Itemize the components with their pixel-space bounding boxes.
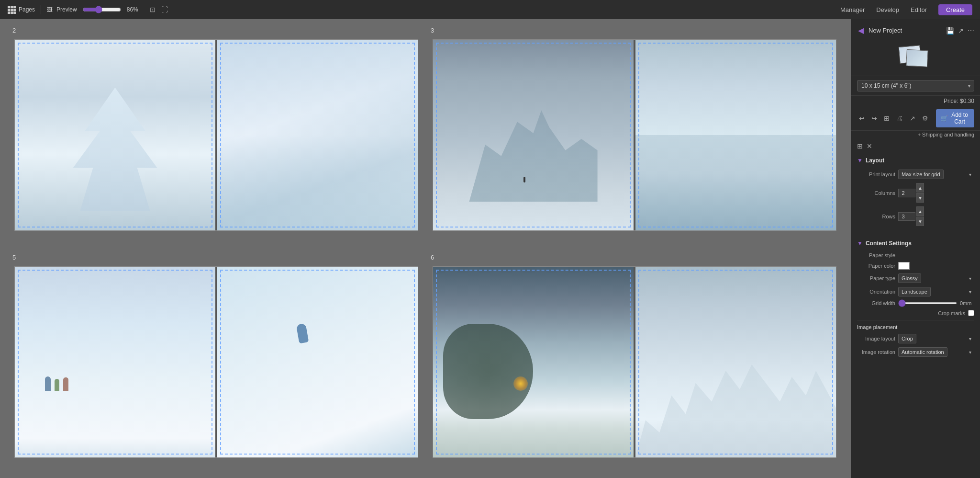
image-rotation-select[interactable]: Automatic rotation No rotation Rotate 90… [898, 347, 947, 357]
pages-grid-icon [8, 6, 16, 14]
page-2-number: 2 [12, 27, 16, 34]
image-layout-label: Image layout [857, 336, 895, 341]
layout-section-header[interactable]: ▼ Layout [851, 153, 980, 166]
photo-slot-2b[interactable] [217, 40, 418, 230]
photo-slot-3b[interactable] [635, 40, 836, 230]
redo-button[interactable]: ↪ [869, 114, 879, 123]
panel-toolbar: ↩ ↪ ⊞ 🖨 ↗ ⚙ 🛒 Add to Cart [851, 106, 980, 131]
image-layout-row: Image layout Crop Fit Fill [857, 332, 974, 345]
grid-width-row: Grid width 0mm [857, 298, 974, 308]
print-button[interactable]: 🖨 [894, 114, 905, 123]
back-button[interactable]: ◀ [857, 25, 865, 36]
content-toggle-icon: ▼ [857, 240, 863, 247]
page-6-number: 6 [431, 254, 434, 261]
skier-figure [523, 177, 525, 182]
columns-input[interactable] [898, 189, 915, 197]
nav-create[interactable]: Create [938, 4, 972, 15]
page-5-grid[interactable] [14, 266, 418, 458]
size-dropdown[interactable]: 10 x 15 cm (4" x 6") 15 x 20 cm (6" x 8"… [857, 80, 974, 91]
panel-icon-save[interactable]: 💾 [946, 27, 954, 34]
icon-row: ⊞ ✕ [851, 139, 980, 153]
print-layout-row: Print layout Max size for grid Fill Fit [857, 168, 974, 181]
thumbnail-area [851, 40, 980, 76]
grid-width-slider[interactable] [898, 302, 957, 304]
cart-icon: 🛒 [941, 115, 948, 122]
columns-down-button[interactable]: ▼ [916, 193, 924, 203]
image-rotation-label: Image rotation [857, 349, 895, 355]
undo-button[interactable]: ↩ [857, 114, 867, 123]
rows-row: Rows ▲ ▼ [857, 205, 974, 228]
print-layout-wrapper: Max size for grid Fill Fit [898, 170, 974, 179]
panel-icon-export[interactable]: ↗ [958, 27, 964, 34]
content-section-title: Content Settings [866, 240, 912, 247]
image-layout-select[interactable]: Crop Fit Fill [898, 334, 916, 343]
paper-color-swatch[interactable] [898, 262, 910, 270]
add-cart-label: Add to Cart [950, 112, 969, 125]
rows-up-button[interactable]: ▲ [916, 206, 924, 216]
grid-width-label: Grid width [857, 300, 895, 306]
fit-buttons: ⊡ ⛶ [148, 5, 170, 14]
panel-icons: 💾 ↗ ⋯ [946, 27, 974, 34]
orientation-select[interactable]: Landscape Portrait Auto [898, 287, 931, 296]
crop-marks-label: Crop marks [938, 310, 965, 316]
image-placement-row: Image placement [857, 322, 974, 332]
photo-slot-2a[interactable] [15, 40, 215, 230]
canvas-area: 2 3 [0, 19, 851, 478]
paper-type-select[interactable]: Glossy Matte Luster [898, 273, 921, 283]
size-selector: 10 x 15 cm (4" x 6") 15 x 20 cm (6" x 8"… [851, 76, 980, 96]
fit-width-button[interactable]: ⛶ [159, 5, 170, 14]
page-3-grid[interactable] [433, 39, 836, 231]
crop-marks-checkbox[interactable] [968, 310, 974, 316]
photo-slot-6a[interactable] [433, 267, 634, 457]
copy-button[interactable]: ⊞ [882, 114, 891, 123]
content-section-header[interactable]: ▼ Content Settings [851, 236, 980, 249]
zoom-percent: 86% [127, 6, 142, 13]
fit-page-button[interactable]: ⊡ [148, 5, 157, 14]
size-wrapper: 10 x 15 cm (4" x 6") 15 x 20 cm (6" x 8"… [857, 80, 974, 91]
nav-manager[interactable]: Manager [840, 4, 865, 15]
page-2: 2 [14, 29, 418, 241]
divider-1 [851, 234, 980, 234]
icon-close[interactable]: ✕ [867, 142, 872, 150]
top-bar: Pages 🖼 Preview 86% ⊡ ⛶ Manager Develop … [0, 0, 980, 19]
shipping-label: + Shipping and handling [918, 132, 974, 137]
layout-section-body: Print layout Max size for grid Fill Fit … [851, 166, 980, 232]
layout-section-title: Layout [866, 157, 884, 164]
preview-section: 🖼 Preview [47, 6, 77, 13]
rows-label: Rows [857, 214, 895, 219]
panel-header: ◀ New Project 💾 ↗ ⋯ [851, 19, 980, 40]
page-3-number: 3 [431, 27, 434, 34]
shipping-note: + Shipping and handling [851, 131, 980, 139]
nav-develop[interactable]: Develop [876, 4, 899, 15]
add-to-cart-button[interactable]: 🛒 Add to Cart [936, 109, 974, 127]
pages-button[interactable]: Pages [8, 6, 35, 14]
print-layout-label: Print layout [857, 171, 895, 177]
layout-toggle-icon: ▼ [857, 157, 863, 164]
rows-stepper: ▲ ▼ [898, 206, 924, 226]
icon-grid[interactable]: ⊞ [857, 142, 863, 150]
rows-down-button[interactable]: ▼ [916, 216, 924, 226]
columns-up-button[interactable]: ▲ [916, 183, 924, 193]
photo-slot-3a[interactable] [433, 40, 634, 230]
zoom-slider[interactable] [83, 6, 121, 13]
photo-slot-5b[interactable] [217, 267, 418, 457]
photo-slot-6b[interactable] [635, 267, 836, 457]
settings-button[interactable]: ⚙ [920, 114, 930, 123]
print-layout-select[interactable]: Max size for grid Fill Fit [898, 170, 944, 179]
nav-editor[interactable]: Editor [911, 4, 927, 15]
grid-width-slider-row: 0mm [898, 300, 974, 306]
photo-slot-5a[interactable] [15, 267, 215, 457]
share-button[interactable]: ↗ [908, 114, 917, 123]
page-6-grid[interactable] [433, 266, 836, 458]
grid-width-value: 0mm [960, 300, 974, 306]
rows-input[interactable] [898, 212, 915, 221]
panel-icon-more[interactable]: ⋯ [968, 27, 974, 34]
crop-marks-row: Crop marks [857, 308, 974, 318]
right-panel: ◀ New Project 💾 ↗ ⋯ 10 x 15 cm (4" x 6")… [851, 19, 980, 478]
page-3: 3 [433, 29, 836, 241]
page-2-grid[interactable] [14, 39, 418, 231]
paper-type-wrapper: Glossy Matte Luster [898, 273, 974, 283]
content-section-body: Paper style Paper color Paper type Gloss… [851, 249, 980, 363]
page-5: 5 [14, 256, 418, 468]
orientation-wrapper: Landscape Portrait Auto [898, 287, 974, 296]
